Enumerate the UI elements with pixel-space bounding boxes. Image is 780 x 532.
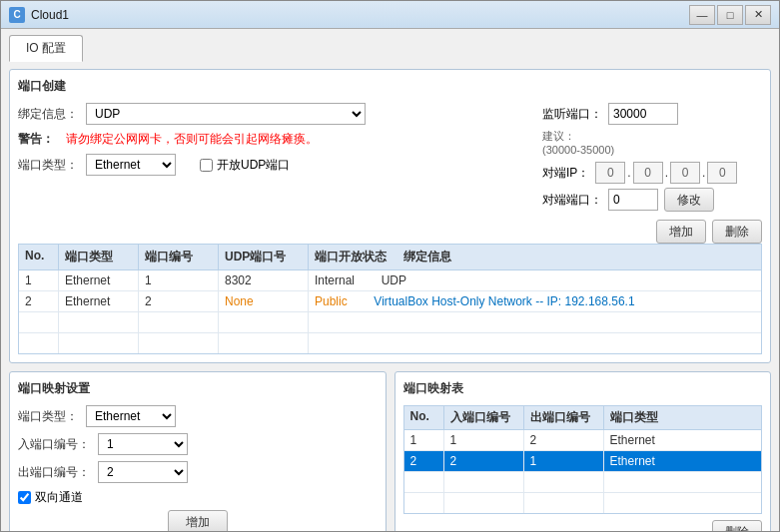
modify-button[interactable]: 修改 (664, 188, 714, 212)
left-form: 绑定信息： UDP 警告： 请勿绑定公网网卡，否则可能会引起网络瘫痪。 端口类型… (18, 103, 526, 244)
port-mapping-settings-section: 端口映射设置 端口类型： Ethernet 入端口编号： 1 2 出端口编号： (9, 371, 387, 531)
map-col-no: No. (404, 406, 444, 429)
table-row-empty2 (19, 333, 761, 353)
map-row1-type: Ethernet (604, 430, 684, 450)
map-table-header: No. 入端口编号 出端口编号 端口类型 (404, 406, 762, 430)
col-status: 端口开放状态 绑定信息 (309, 245, 761, 269)
warning-label: 警告： (18, 131, 54, 148)
map-row1-no: 1 (404, 430, 444, 450)
bottom-section: 端口映射设置 端口类型： Ethernet 入端口编号： 1 2 出端口编号： (9, 371, 771, 531)
bidirectional-checkbox[interactable] (18, 491, 31, 504)
output-port-select[interactable]: 2 1 (98, 461, 188, 483)
peer-port-row: 对端端口： 修改 (542, 188, 762, 212)
map-row2-in: 2 (444, 451, 524, 471)
binding-row: 绑定信息： UDP (18, 103, 526, 125)
table-row[interactable]: 1 Ethernet 1 8302 Internal UDP (19, 270, 761, 291)
open-udp-checkbox[interactable] (200, 159, 213, 172)
map-col-type: 端口类型 (604, 406, 684, 429)
table-row[interactable]: 2 Ethernet 2 None Public VirtualBox Host… (19, 291, 761, 312)
mapping-table-title: 端口映射表 (403, 380, 763, 397)
map-col-out: 出端口编号 (524, 406, 604, 429)
bidirectional-label: 双向通道 (35, 489, 83, 506)
port-type-label: 端口类型： (18, 157, 78, 174)
map-port-type-select[interactable]: Ethernet (86, 405, 176, 427)
delete-port-button[interactable]: 删除 (712, 220, 762, 244)
add-delete-buttons: 增加 删除 (542, 220, 762, 244)
map-row1-out: 2 (524, 430, 604, 450)
map-row2-type: Ethernet (604, 451, 684, 471)
col-udp: UDP端口号 (219, 245, 309, 269)
main-content: 端口创建 绑定信息： UDP 警告： 请勿绑定公网网卡，否则可能会引起网络瘫痪。 (1, 61, 779, 531)
main-window: C Cloud1 — □ ✕ IO 配置 端口创建 绑定信息： (0, 0, 780, 532)
add-mapping-button[interactable]: 增加 (168, 510, 228, 531)
row2-no: 2 (19, 291, 59, 311)
row1-no: 1 (19, 270, 59, 290)
maximize-button[interactable]: □ (717, 5, 743, 25)
row2-udp: None (219, 291, 309, 311)
window-title: Cloud1 (31, 8, 689, 22)
open-udp-label: 开放UDP端口 (200, 157, 290, 174)
close-button[interactable]: ✕ (745, 5, 771, 25)
right-form: 监听端口： 建议：(30000-35000) 对端IP： 0 . (542, 103, 762, 244)
table-body: 1 Ethernet 1 8302 Internal UDP 2 Etherne… (19, 270, 761, 353)
binding-select[interactable]: UDP (86, 103, 366, 125)
ip-seg-4: 0 (707, 162, 737, 184)
map-port-type-row: 端口类型： Ethernet (18, 405, 378, 427)
ip-seg-3: 0 (670, 162, 700, 184)
binding-label: 绑定信息： (18, 106, 78, 123)
input-port-label: 入端口编号： (18, 436, 90, 453)
port-mapping-table-section: 端口映射表 No. 入端口编号 出端口编号 端口类型 1 1 2 Etherne… (394, 371, 772, 531)
row2-status-binding: Public VirtualBox Host-Only Network -- I… (309, 291, 761, 311)
mapping-settings-title: 端口映射设置 (18, 380, 378, 397)
port-creation-title: 端口创建 (18, 78, 762, 95)
output-port-label: 出端口编号： (18, 464, 90, 481)
row2-num: 2 (139, 291, 219, 311)
map-table: No. 入端口编号 出端口编号 端口类型 1 1 2 Ethernet 2 (403, 405, 763, 514)
map-port-type-label: 端口类型： (18, 408, 78, 425)
warning-text: 请勿绑定公网网卡，否则可能会引起网络瘫痪。 (66, 131, 318, 148)
map-table-row[interactable]: 1 1 2 Ethernet (404, 430, 762, 451)
ip-seg-2: 0 (633, 162, 663, 184)
bidirectional-row: 双向通道 (18, 489, 378, 506)
peer-ip-row: 对端IP： 0 . 0 . 0 . 0 (542, 162, 762, 184)
map-row2-out: 1 (524, 451, 604, 471)
warning-row: 警告： 请勿绑定公网网卡，否则可能会引起网络瘫痪。 (18, 131, 526, 148)
map-row1-in: 1 (444, 430, 524, 450)
peer-ip-box: 0 . 0 . 0 . 0 (595, 162, 737, 184)
table-row-empty (19, 312, 761, 333)
col-num: 端口编号 (139, 245, 219, 269)
port-table: No. 端口类型 端口编号 UDP端口号 端口开放状态 绑定信息 1 Ether… (18, 244, 762, 354)
port-creation-section: 端口创建 绑定信息： UDP 警告： 请勿绑定公网网卡，否则可能会引起网络瘫痪。 (9, 69, 771, 363)
listen-port-input[interactable] (608, 103, 678, 125)
add-port-button[interactable]: 增加 (656, 220, 706, 244)
delete-mapping-row: 删除 (403, 520, 763, 531)
delete-mapping-button[interactable]: 删除 (712, 520, 762, 531)
row2-type: Ethernet (59, 291, 139, 311)
peer-ip-label: 对端IP： (542, 165, 589, 182)
tab-io-config[interactable]: IO 配置 (9, 35, 83, 62)
row1-type: Ethernet (59, 270, 139, 290)
tab-bar: IO 配置 (1, 29, 779, 61)
top-form: 绑定信息： UDP 警告： 请勿绑定公网网卡，否则可能会引起网络瘫痪。 端口类型… (18, 103, 762, 244)
row1-status-binding: Internal UDP (309, 270, 761, 290)
port-type-row: 端口类型： Ethernet 开放UDP端口 (18, 154, 526, 176)
map-row2-no: 2 (404, 451, 444, 471)
listen-hint: 建议：(30000-35000) (542, 129, 762, 156)
map-table-row-empty (404, 472, 762, 493)
add-mapping-row: 增加 (18, 510, 378, 531)
row1-udp: 8302 (219, 270, 309, 290)
title-buttons: — □ ✕ (689, 5, 771, 25)
minimize-button[interactable]: — (689, 5, 715, 25)
ip-seg-1: 0 (595, 162, 625, 184)
input-port-select[interactable]: 1 2 (98, 433, 188, 455)
map-table-row-selected[interactable]: 2 2 1 Ethernet (404, 451, 762, 472)
app-icon: C (9, 7, 25, 23)
table-header: No. 端口类型 端口编号 UDP端口号 端口开放状态 绑定信息 (19, 245, 761, 270)
peer-port-input[interactable] (608, 189, 658, 211)
map-table-row-empty2 (404, 493, 762, 513)
port-type-select[interactable]: Ethernet (86, 154, 176, 176)
output-port-row: 出端口编号： 2 1 (18, 461, 378, 483)
col-type: 端口类型 (59, 245, 139, 269)
col-no: No. (19, 245, 59, 269)
listen-port-row: 监听端口： (542, 103, 762, 125)
